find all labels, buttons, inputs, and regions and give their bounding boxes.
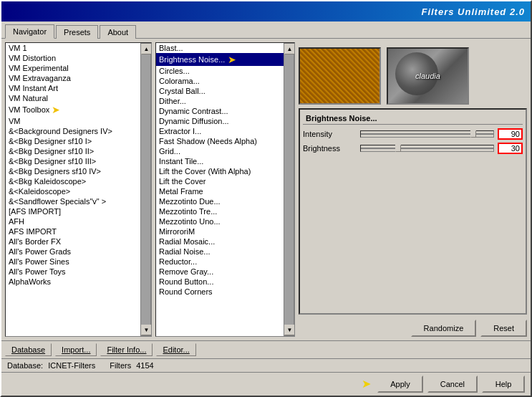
title-text: Filters Unlimited 2.0 [421, 6, 525, 17]
list-item[interactable]: VM [6, 116, 140, 126]
list-item[interactable]: &<Bkg Designer sf10 II> [6, 146, 140, 156]
category-list[interactable]: VM 1 VM Distortion VM Experimental VM Ex… [6, 43, 140, 336]
list-item[interactable]: &<Background Designers IV> [6, 126, 140, 136]
list-item[interactable]: AFS IMPORT [6, 226, 140, 236]
main-content: VM 1 VM Distortion VM Experimental VM Ex… [1, 39, 531, 340]
vmtoolbox-arrow-icon: ➤ [52, 104, 60, 115]
reset-button[interactable]: Reset [480, 320, 527, 337]
scroll-up-btn[interactable]: ▲ [141, 44, 151, 54]
brightness-row: Brightness 30 [303, 143, 523, 154]
claudia-watermark: claudia [415, 72, 440, 80]
filter-info-button[interactable]: Filter Info... [100, 343, 153, 356]
list-item[interactable]: &<Sandflower Specials"v" > [6, 196, 140, 206]
filter-panel: Blast... Brightness Noise... ➤ Circles..… [155, 42, 295, 337]
tab-about[interactable]: About [100, 25, 136, 39]
filter-list-item[interactable]: Grid... [156, 146, 284, 156]
filter-list-item[interactable]: Mezzotinto Tre... [156, 206, 284, 216]
filter-list-item[interactable]: Metal Frame [156, 186, 284, 196]
list-item[interactable]: AFH [6, 216, 140, 226]
randomize-button[interactable]: Randomize [411, 320, 477, 337]
filter-scroll-down[interactable]: ▼ [284, 325, 294, 335]
filter-list-item[interactable]: Extractor I... [156, 126, 284, 136]
claudia-overlay: claudia [388, 49, 468, 103]
filter-list-item[interactable]: Colorama... [156, 76, 284, 86]
filter-scrollbar[interactable]: ▲ ▼ [284, 43, 294, 336]
filter-name: Brightness Noise... [306, 114, 377, 123]
scroll-down-btn[interactable]: ▼ [141, 325, 151, 335]
status-bar: Database: ICNET-Filters Filters 4154 [1, 358, 531, 372]
database-button[interactable]: Database [5, 343, 52, 356]
filter-list-item[interactable]: Radial Noise... [156, 247, 284, 257]
import-button[interactable]: Import... [55, 343, 97, 356]
filter-list-item-selected[interactable]: Brightness Noise... ➤ [156, 53, 284, 66]
scroll-track[interactable] [141, 54, 150, 325]
help-button[interactable]: Help [482, 376, 525, 393]
tab-presets[interactable]: Presets [56, 25, 98, 39]
list-item[interactable]: VM Experimental [6, 63, 140, 73]
list-item[interactable]: VM Distortion [6, 53, 140, 63]
list-item[interactable]: VM Extravaganza [6, 73, 140, 83]
filters-value: 4154 [136, 361, 153, 370]
filter-scroll-track[interactable] [284, 54, 294, 325]
filter-list-item[interactable]: Fast Shadow (Needs Alpha) [156, 136, 284, 146]
cancel-button[interactable]: Cancel [427, 376, 478, 393]
filter-list-item[interactable]: Radial Mosaic... [156, 236, 284, 247]
main-window: Filters Unlimited 2.0 Navigator Presets … [0, 0, 532, 397]
filter-list-item[interactable]: Mezzotinto Due... [156, 196, 284, 206]
title-bar: Filters Unlimited 2.0 [1, 1, 531, 21]
bottom-toolbar: Database Import... Filter Info... Editor… [1, 340, 531, 358]
original-preview [299, 47, 381, 105]
brightness-value[interactable]: 30 [498, 143, 523, 154]
intensity-value[interactable]: 90 [498, 128, 523, 140]
filter-list-item[interactable]: Reductor... [156, 257, 284, 267]
list-item[interactable]: VM Natural [6, 93, 140, 103]
filter-list-item[interactable]: Lift the Cover [156, 176, 284, 186]
list-item[interactable]: All's Power Grads [6, 247, 140, 257]
right-panel: claudia Brightness Noise... Intensity 90 [299, 42, 527, 337]
brightness-slider[interactable] [360, 145, 494, 152]
filter-list-item[interactable]: Remove Gray... [156, 267, 284, 277]
list-item[interactable]: All's Power Toys [6, 267, 140, 277]
list-item[interactable]: AlphaWorks [6, 277, 140, 287]
filter-list-item[interactable]: MirrororiM [156, 226, 284, 236]
intensity-slider[interactable] [360, 130, 494, 138]
filter-list-item[interactable]: Crystal Ball... [156, 86, 284, 96]
list-item[interactable]: &<Kaleidoscope> [6, 186, 140, 196]
tab-bar: Navigator Presets About [1, 21, 531, 39]
filter-list-item[interactable]: Round Corners [156, 287, 284, 297]
filter-list-item[interactable]: Lift the Cover (With Alpha) [156, 166, 284, 176]
database-value: ICNET-Filters [48, 361, 95, 370]
filter-list-item[interactable]: Round Button... [156, 277, 284, 287]
filter-list-item[interactable]: Circles... [156, 66, 284, 76]
filter-list[interactable]: Blast... Brightness Noise... ➤ Circles..… [156, 43, 284, 336]
list-item[interactable]: &<Bkg Designers sf10 IV> [6, 166, 140, 176]
tab-navigator[interactable]: Navigator [5, 24, 54, 39]
list-item[interactable]: VM Instant Art [6, 83, 140, 93]
filter-list-item[interactable]: Blast... [156, 43, 284, 53]
editor-button[interactable]: Editor... [156, 343, 195, 356]
category-panel: VM 1 VM Distortion VM Experimental VM Ex… [5, 42, 152, 337]
category-scrollbar[interactable]: ▲ ▼ [140, 43, 151, 336]
list-item-vmtoolbox[interactable]: VM Toolbox ➤ [6, 103, 140, 116]
filter-list-item[interactable]: Mezzotinto Uno... [156, 216, 284, 226]
brightness-arrow-icon: ➤ [228, 54, 236, 65]
filter-list-item[interactable]: Dynamic Contrast... [156, 106, 284, 116]
filter-list-item[interactable]: Instant Tile... [156, 156, 284, 166]
filter-info-panel: Brightness Noise... Intensity 90 Brightn… [299, 108, 527, 315]
list-item[interactable]: &<Bkg Designer sf10 III> [6, 156, 140, 166]
filter-list-item[interactable]: Dynamic Diffusion... [156, 116, 284, 126]
list-item[interactable]: &<Bkg Kaleidoscope> [6, 176, 140, 186]
list-item[interactable]: [AFS IMPORT] [6, 206, 140, 216]
intensity-label: Intensity [303, 130, 360, 138]
filters-label: Filters 4154 [110, 361, 154, 370]
filter-list-item[interactable]: Dither... [156, 96, 284, 106]
list-item[interactable]: All's Power Sines [6, 257, 140, 267]
gold-texture [300, 49, 379, 103]
brightness-label: Brightness [303, 144, 360, 153]
intensity-row: Intensity 90 [303, 128, 523, 140]
list-item[interactable]: VM 1 [6, 43, 140, 53]
filter-scroll-up[interactable]: ▲ [284, 44, 294, 54]
apply-button[interactable]: Apply [377, 376, 423, 393]
list-item[interactable]: All's Border FX [6, 236, 140, 247]
list-item[interactable]: &<Bkg Designer sf10 I> [6, 136, 140, 146]
